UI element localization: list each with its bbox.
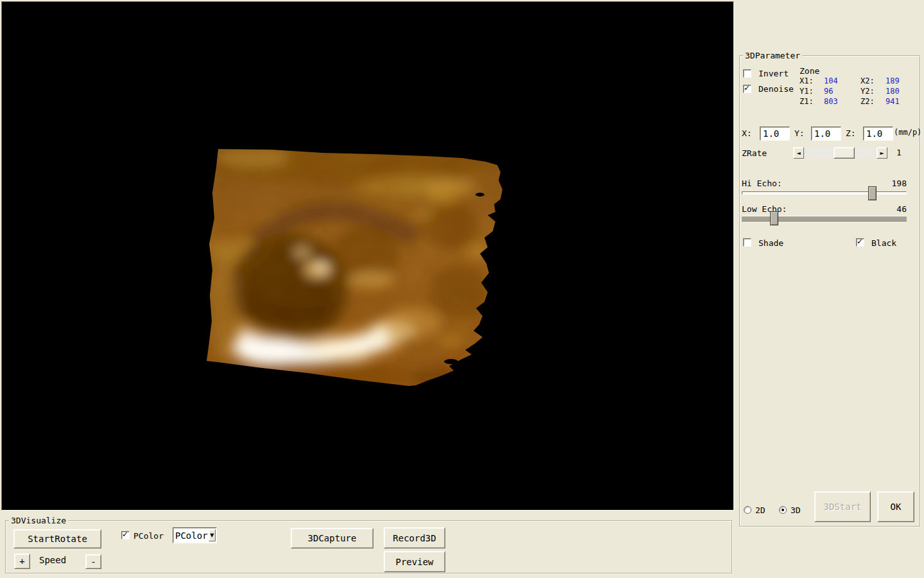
zrate-value: 1 (896, 148, 902, 157)
pcolor-checkbox[interactable] (121, 531, 130, 539)
start-rotate-button[interactable]: StartRotate (13, 529, 101, 548)
parameter-group: 3DParameter Invert Denoise Zone X1: 104 … (739, 55, 920, 527)
zone-x2-label: X2: (860, 76, 875, 86)
zone-z1-label: Z1: (800, 97, 814, 107)
speed-minus-button[interactable]: - (85, 554, 101, 569)
z-scale-label: Z: (846, 128, 856, 138)
pcolor-select-value: PColor (173, 530, 208, 541)
ok-button[interactable]: OK (877, 491, 914, 522)
low-echo-slider[interactable] (742, 216, 907, 222)
hi-echo-slider[interactable] (742, 191, 907, 195)
mode-3d-label: 3D (791, 505, 801, 515)
zone-y2-label: Y2: (860, 87, 875, 96)
zone-x2-value: 189 (886, 76, 900, 86)
mode-2d-radio[interactable] (744, 506, 751, 514)
shade-label: Shade (758, 238, 783, 248)
zrate-thumb[interactable] (834, 147, 855, 159)
mode-2d-label: 2D (755, 505, 766, 515)
3dstart-button[interactable]: 3DStart (814, 491, 871, 522)
speed-label: Speed (39, 556, 66, 565)
black-label: Black (871, 238, 896, 248)
zone-z1-value: 803 (824, 97, 838, 107)
zrate-left-arrow-icon[interactable]: ◄ (793, 147, 804, 159)
denoise-label: Denoise (758, 84, 794, 94)
app-window: 3DParameter Invert Denoise Zone X1: 104 … (0, 0, 924, 578)
ultrasound-3d-render (2, 2, 733, 510)
z-scale-input[interactable] (863, 127, 893, 141)
black-checkbox[interactable] (856, 238, 864, 247)
speed-plus-button[interactable]: + (14, 554, 30, 569)
chevron-down-icon[interactable]: ▼ (209, 529, 216, 541)
visualize-group: 3DVisualize StartRotate PColor PColor ▼ … (5, 520, 732, 574)
low-echo-label: Low Echo: (742, 204, 787, 214)
preview-button[interactable]: Preview (384, 551, 445, 572)
zone-z2-label: Z2: (860, 97, 875, 107)
zrate-scrollbar[interactable]: ◄ ► (793, 147, 887, 159)
zone-x1-label: X1: (800, 76, 814, 86)
hi-echo-label: Hi Echo: (742, 179, 782, 188)
y-scale-label: Y: (794, 128, 805, 138)
parameter-group-title: 3DParameter (743, 51, 802, 60)
zone-x1-value: 104 (824, 76, 838, 86)
zrate-track[interactable] (804, 147, 877, 159)
zone-y2-value: 180 (886, 87, 900, 96)
low-echo-thumb[interactable] (770, 211, 778, 225)
y-scale-input[interactable] (811, 127, 841, 141)
low-echo-value: 46 (884, 204, 907, 214)
zone-y1-label: Y1: (800, 87, 814, 96)
mode-3d-radio[interactable] (779, 506, 787, 514)
x-scale-label: X: (742, 128, 752, 138)
zone-y1-value: 96 (824, 87, 833, 96)
visualize-group-title: 3DVisualize (9, 516, 68, 525)
record3d-button[interactable]: Record3D (384, 527, 445, 548)
zrate-label: ZRate (742, 148, 767, 158)
denoise-checkbox[interactable] (743, 85, 751, 93)
3dcapture-button[interactable]: 3DCapture (291, 528, 373, 548)
shade-checkbox[interactable] (743, 238, 751, 247)
pcolor-select[interactable]: PColor ▼ (173, 527, 217, 543)
x-scale-input[interactable] (760, 127, 790, 141)
zrate-right-arrow-icon[interactable]: ► (877, 147, 887, 159)
pcolor-label: PColor (133, 531, 164, 541)
zone-title: Zone (800, 66, 819, 76)
zone-z2-value: 941 (886, 97, 900, 107)
hi-echo-thumb[interactable] (868, 186, 877, 200)
scale-unit-label: (mm/p) (894, 128, 921, 137)
hi-echo-value: 198 (884, 179, 907, 188)
render-canvas[interactable] (1, 1, 734, 511)
invert-label: Invert (758, 69, 789, 78)
invert-checkbox[interactable] (743, 69, 751, 78)
